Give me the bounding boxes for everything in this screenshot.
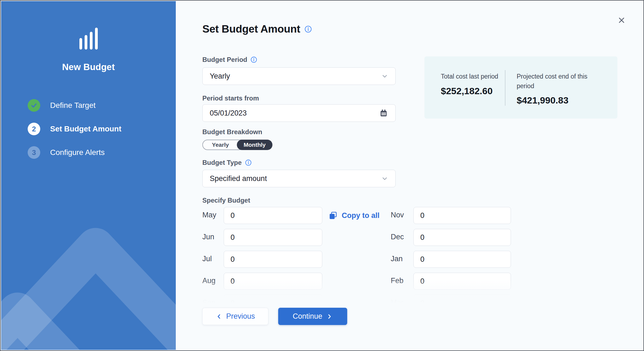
month-label: May xyxy=(202,211,216,219)
new-budget-dialog: New Budget Define Target 2 Set Budget Am… xyxy=(0,0,644,351)
toggle-option-yearly[interactable]: Yearly xyxy=(203,140,238,149)
copy-to-all-button[interactable]: Copy to all xyxy=(329,211,380,220)
brand-watermark-icon xyxy=(1,224,176,350)
step-label: Set Budget Amount xyxy=(50,125,121,133)
budget-type-value: Specified amount xyxy=(210,174,267,183)
step-number-circle: 3 xyxy=(28,146,40,159)
copy-to-all-label: Copy to all xyxy=(342,211,380,220)
budget-period-label: Budget Period xyxy=(202,56,247,64)
period-starts-input[interactable]: 05/01/2023 xyxy=(202,104,396,122)
continue-label: Continue xyxy=(293,312,322,321)
month-label: Jan xyxy=(391,255,403,263)
month-amount-input[interactable] xyxy=(413,251,511,268)
copy-icon xyxy=(329,211,338,220)
budget-breakdown-toggle[interactable]: Yearly Monthly xyxy=(202,140,271,150)
month-label: Mar xyxy=(391,298,404,303)
previous-label: Previous xyxy=(226,312,255,321)
step-number-circle: 2 xyxy=(28,123,40,135)
step-label: Define Target xyxy=(50,101,96,110)
stats-divider xyxy=(505,70,505,106)
period-starts-label: Period starts from xyxy=(202,94,259,102)
total-cost-label: Total cost last period xyxy=(441,72,500,81)
projected-cost-label: Projected cost end of this period xyxy=(517,72,604,91)
cost-summary-card: Total cost last period $252,182.60 Proje… xyxy=(424,56,617,119)
dialog-body: Set Budget Amount Total cost last period… xyxy=(176,1,643,350)
info-icon[interactable] xyxy=(251,56,257,63)
step-define-target[interactable]: Define Target xyxy=(28,99,121,112)
info-icon[interactable] xyxy=(245,159,252,166)
close-icon[interactable] xyxy=(617,16,626,25)
wizard-title: New Budget xyxy=(1,62,176,72)
chevron-down-icon xyxy=(381,175,388,182)
wizard-steps: Define Target 2 Set Budget Amount 3 Conf… xyxy=(28,99,121,170)
check-icon xyxy=(30,102,38,109)
budget-type-select[interactable]: Specified amount xyxy=(202,170,396,187)
month-amount-input[interactable] xyxy=(224,295,322,303)
specify-budget-label: Specify Budget xyxy=(202,197,250,204)
continue-button[interactable]: Continue xyxy=(278,308,347,325)
month-amount-input[interactable] xyxy=(413,273,511,290)
budget-breakdown-label: Budget Breakdown xyxy=(202,128,262,136)
budget-period-value: Yearly xyxy=(210,72,230,80)
month-amount-input[interactable] xyxy=(224,251,322,268)
previous-button[interactable]: Previous xyxy=(202,308,268,325)
month-amount-input[interactable] xyxy=(224,207,322,224)
step-set-budget-amount[interactable]: 2 Set Budget Amount xyxy=(28,123,121,135)
month-label: Jun xyxy=(202,233,214,241)
bar-chart-logo-icon xyxy=(1,28,176,50)
month-amount-input[interactable] xyxy=(224,229,322,246)
step-complete-circle xyxy=(28,99,40,112)
total-cost-value: $252,182.60 xyxy=(441,86,500,96)
period-starts-value: 05/01/2023 xyxy=(210,109,247,117)
calendar-icon[interactable] xyxy=(379,108,388,118)
month-label: Feb xyxy=(391,277,404,285)
month-amount-input[interactable] xyxy=(224,273,322,290)
budget-period-select[interactable]: Yearly xyxy=(202,67,396,85)
step-label: Configure Alerts xyxy=(50,148,105,157)
page-title: Set Budget Amount xyxy=(202,23,300,35)
info-icon[interactable] xyxy=(304,25,312,33)
month-amount-input[interactable] xyxy=(413,207,511,224)
chevron-down-icon xyxy=(381,73,388,80)
chevron-right-icon xyxy=(326,313,333,320)
step-configure-alerts[interactable]: 3 Configure Alerts xyxy=(28,146,121,159)
month-label: Dec xyxy=(391,233,404,241)
month-amount-input[interactable] xyxy=(413,295,511,303)
month-label: Nov xyxy=(391,211,404,219)
projected-cost-value: $421,990.83 xyxy=(517,95,604,106)
chevron-left-icon xyxy=(216,313,222,320)
wizard-sidebar: New Budget Define Target 2 Set Budget Am… xyxy=(1,1,176,350)
month-label: Sep xyxy=(202,298,215,303)
toggle-option-monthly[interactable]: Monthly xyxy=(237,140,272,150)
budget-type-label: Budget Type xyxy=(202,159,242,166)
month-label: Aug xyxy=(202,277,215,285)
month-amount-input[interactable] xyxy=(413,229,511,246)
month-label: Jul xyxy=(202,255,212,263)
